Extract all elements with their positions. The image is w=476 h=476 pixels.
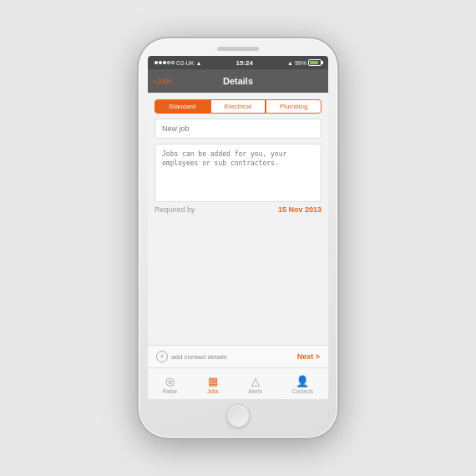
tab-electrical[interactable]: Electrical — [210, 99, 266, 114]
content-spacer — [148, 217, 328, 345]
back-button[interactable]: ‹ Jobs — [153, 77, 172, 86]
required-by-label: Required by — [154, 205, 195, 214]
description-textarea[interactable] — [154, 144, 322, 202]
battery-pct: 99% — [295, 60, 306, 66]
tabbar-contacts-label: Contacts — [292, 388, 314, 394]
dot2 — [159, 61, 162, 64]
content-area: Standard Electrical Plumbing Required by… — [148, 93, 328, 399]
dot1 — [154, 61, 158, 64]
nav-bar: ‹ Jobs Details — [148, 69, 328, 93]
status-left: O2-UK ▲ — [154, 60, 201, 66]
radar-icon: ◎ — [165, 375, 175, 387]
page-title: Details — [223, 76, 253, 86]
job-name-input[interactable] — [154, 119, 322, 139]
signal-dots — [154, 61, 175, 64]
tab-standard[interactable]: Standard — [154, 99, 210, 114]
signal-icon: ▲ — [287, 60, 293, 66]
next-button[interactable]: Next > — [297, 352, 320, 361]
back-label: Jobs — [156, 77, 172, 85]
status-time: 15:24 — [235, 59, 252, 67]
dot3 — [163, 61, 166, 64]
tabbar-contacts[interactable]: 👤 Contacts — [292, 375, 314, 394]
home-button[interactable] — [226, 404, 250, 428]
wifi-icon: ▲ — [195, 60, 201, 66]
status-bar: O2-UK ▲ 15:24 ▲ 99% — [148, 56, 328, 69]
required-by-date[interactable]: 15 Nov 2013 — [278, 205, 322, 214]
tab-group: Standard Electrical Plumbing — [148, 93, 328, 119]
contacts-icon: 👤 — [296, 375, 309, 387]
status-right: ▲ 99% — [287, 59, 322, 66]
tabbar-jobs-label: Jobs — [207, 388, 219, 394]
add-contact-button[interactable]: + add contact details — [156, 351, 227, 362]
tabbar-radar-label: Radar — [163, 388, 178, 394]
jobs-icon: ▦ — [208, 375, 218, 387]
tab-bar: ◎ Radar ▦ Jobs △ Alerts 👤 Contacts — [148, 367, 328, 399]
tabbar-alerts[interactable]: △ Alerts — [248, 375, 262, 394]
add-contact-label: add contact details — [171, 353, 227, 361]
tabbar-radar[interactable]: ◎ Radar — [163, 375, 178, 394]
tab-plumbing[interactable]: Plumbing — [266, 99, 322, 114]
phone-screen: O2-UK ▲ 15:24 ▲ 99% ‹ Jobs Details — [148, 56, 328, 399]
chevron-left-icon: ‹ — [153, 77, 155, 86]
alerts-icon: △ — [251, 375, 260, 387]
required-by-row: Required by 15 Nov 2013 — [148, 202, 328, 217]
form-area — [148, 119, 328, 202]
add-icon: + — [156, 351, 168, 362]
phone-frame: O2-UK ▲ 15:24 ▲ 99% ‹ Jobs Details — [138, 38, 338, 438]
battery-fill — [310, 61, 318, 64]
battery-icon — [308, 59, 322, 66]
action-row: + add contact details Next > — [148, 345, 328, 367]
speaker — [217, 47, 259, 51]
tabbar-jobs[interactable]: ▦ Jobs — [207, 375, 219, 394]
carrier: O2-UK — [176, 60, 194, 66]
dot4 — [167, 61, 170, 64]
dot5 — [171, 61, 175, 64]
tabbar-alerts-label: Alerts — [248, 388, 262, 394]
